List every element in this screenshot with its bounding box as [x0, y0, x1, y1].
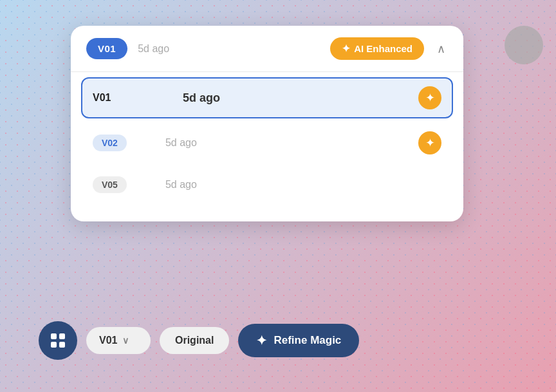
grid-cell — [51, 333, 57, 339]
item-time-label: 5d ago — [144, 91, 418, 105]
refine-magic-button[interactable]: ✦ Refine Magic — [238, 324, 359, 357]
bottom-toolbar: V01 ∨ Original ✦ Refine Magic — [39, 321, 359, 360]
grid-icon — [51, 333, 65, 348]
version-selector-label: V01 — [99, 335, 117, 346]
gray-circle-decoration — [505, 26, 543, 64]
chevron-up-icon: ∧ — [437, 42, 445, 56]
collapse-button[interactable]: ∧ — [434, 39, 448, 59]
chevron-down-icon: ∨ — [122, 335, 129, 346]
ai-enhanced-badge[interactable]: ✦ AI Enhanced — [330, 37, 424, 60]
list-item[interactable]: V05 5d ago — [81, 167, 453, 202]
sparkle-icon: ✦ — [425, 91, 435, 105]
version-list: V01 5d ago ✦ V02 5d ago ✦ V05 5d ago — [71, 72, 463, 211]
refine-label: Refine Magic — [273, 334, 341, 347]
ai-enhanced-icon: ✦ — [418, 131, 441, 154]
item-version-label: V02 — [93, 135, 127, 151]
original-label: Original — [175, 335, 214, 346]
list-item[interactable]: V02 5d ago ✦ — [81, 122, 453, 163]
item-version-label: V01 — [93, 92, 144, 104]
item-time-label: 5d ago — [127, 137, 418, 149]
version-dropdown-card: V01 5d ago ✦ AI Enhanced ∧ V01 5d ago ✦ … — [71, 26, 463, 221]
version-selector-button[interactable]: V01 ∨ — [86, 327, 151, 354]
ai-badge-label: AI Enhanced — [354, 43, 412, 54]
card-header: V01 5d ago ✦ AI Enhanced ∧ — [71, 26, 463, 72]
current-version-badge: V01 — [86, 38, 127, 59]
grid-view-button[interactable] — [39, 321, 77, 360]
original-button[interactable]: Original — [160, 327, 229, 354]
item-time-label: 5d ago — [127, 179, 441, 191]
sparkle-icon: ✦ — [425, 136, 435, 150]
grid-cell — [59, 342, 65, 348]
refine-sparkle-icon: ✦ — [256, 333, 267, 348]
item-version-label: V05 — [93, 176, 127, 193]
ai-enhanced-icon: ✦ — [418, 86, 441, 109]
grid-cell — [51, 342, 57, 348]
grid-cell — [59, 333, 65, 339]
header-time: 5d ago — [138, 43, 169, 55]
list-item[interactable]: V01 5d ago ✦ — [81, 77, 453, 118]
ai-sparkle-icon: ✦ — [342, 42, 350, 55]
